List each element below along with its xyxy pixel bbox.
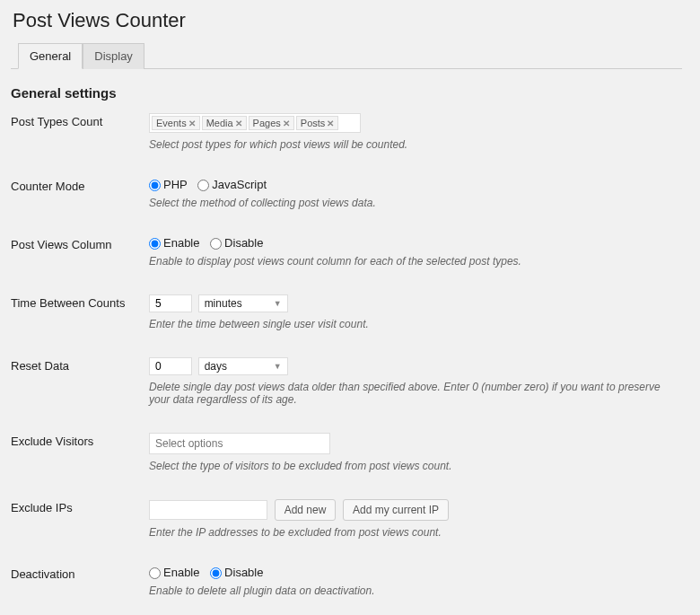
label-time-between: Time Between Counts	[11, 294, 149, 310]
radio-pvc-disable-input[interactable]	[210, 238, 222, 250]
section-title: General settings	[11, 85, 682, 101]
radio-deact-disable[interactable]: Disable	[210, 566, 263, 579]
radio-pvc-disable[interactable]: Disable	[210, 236, 263, 250]
post-types-tagbox[interactable]: Events✕ Media✕ Pages✕ Posts✕	[149, 113, 361, 133]
time-between-unit-select[interactable]: minutes▼	[198, 294, 288, 312]
help-time-between: Enter the time between single user visit…	[149, 318, 682, 330]
chevron-down-icon: ▼	[274, 362, 282, 371]
label-post-views-column: Post Views Column	[11, 236, 149, 251]
tab-general[interactable]: General	[18, 43, 83, 69]
help-post-types: Select post types for which post views w…	[149, 138, 682, 151]
help-counter-mode: Select the method of collecting post vie…	[149, 197, 682, 209]
label-reset-data: Reset Data	[11, 357, 149, 373]
radio-pvc-enable[interactable]: Enable	[149, 236, 199, 250]
help-deactivation: Enable to delete all plugin data on deac…	[149, 584, 682, 597]
close-icon[interactable]: ✕	[188, 119, 196, 128]
radio-pvc-enable-input[interactable]	[149, 238, 161, 250]
row-exclude-visitors: Exclude Visitors Select the type of visi…	[11, 433, 682, 472]
label-exclude-ips: Exclude IPs	[11, 499, 149, 514]
help-exclude-visitors: Select the type of visitors to be exclud…	[149, 460, 682, 472]
label-exclude-visitors: Exclude Visitors	[11, 433, 149, 448]
add-new-button[interactable]: Add new	[275, 499, 337, 521]
row-reset-data: Reset Data days▼ Delete single day post …	[11, 357, 682, 406]
exclude-ips-input[interactable]	[149, 500, 267, 520]
help-exclude-ips: Enter the IP addresses to be excluded fr…	[149, 526, 682, 539]
tabs: General Display	[11, 43, 682, 69]
reset-data-unit-select[interactable]: days▼	[198, 357, 288, 375]
tag-posts[interactable]: Posts✕	[296, 116, 339, 130]
radio-deact-enable-input[interactable]	[149, 567, 161, 579]
radio-php[interactable]: PHP	[149, 178, 188, 191]
row-exclude-ips: Exclude IPs Add new Add my current IP En…	[11, 499, 682, 539]
label-deactivation: Deactivation	[11, 566, 149, 581]
close-icon[interactable]: ✕	[235, 119, 242, 128]
reset-data-input[interactable]	[149, 357, 192, 375]
help-reset-data: Delete single day post views data older …	[149, 381, 682, 406]
tab-display[interactable]: Display	[83, 43, 144, 69]
close-icon[interactable]: ✕	[327, 119, 334, 128]
page-title: Post Views Counter	[11, 9, 682, 32]
radio-js[interactable]: JavaScript	[197, 178, 267, 191]
exclude-visitors-input[interactable]	[149, 433, 330, 454]
add-current-ip-button[interactable]: Add my current IP	[343, 499, 449, 521]
row-post-views-column: Post Views Column Enable Disable Enable …	[11, 236, 682, 268]
tag-pages[interactable]: Pages✕	[249, 116, 294, 130]
radio-js-input[interactable]	[197, 180, 209, 191]
row-time-between: Time Between Counts minutes▼ Enter the t…	[11, 294, 682, 330]
chevron-down-icon: ▼	[274, 299, 282, 308]
label-post-types: Post Types Count	[11, 113, 149, 128]
radio-deact-enable[interactable]: Enable	[149, 566, 199, 579]
label-counter-mode: Counter Mode	[11, 178, 149, 193]
radio-php-input[interactable]	[149, 180, 161, 191]
row-deactivation: Deactivation Enable Disable Enable to de…	[11, 566, 682, 597]
row-post-types: Post Types Count Events✕ Media✕ Pages✕ P…	[11, 113, 682, 151]
close-icon[interactable]: ✕	[283, 119, 290, 128]
tag-media[interactable]: Media✕	[202, 116, 247, 130]
time-between-input[interactable]	[149, 294, 192, 312]
radio-deact-disable-input[interactable]	[210, 567, 222, 579]
post-types-input[interactable]	[340, 118, 358, 128]
tag-events[interactable]: Events✕	[152, 116, 200, 130]
help-post-views-column: Enable to display post views count colum…	[149, 255, 682, 268]
row-counter-mode: Counter Mode PHP JavaScript Select the m…	[11, 178, 682, 209]
